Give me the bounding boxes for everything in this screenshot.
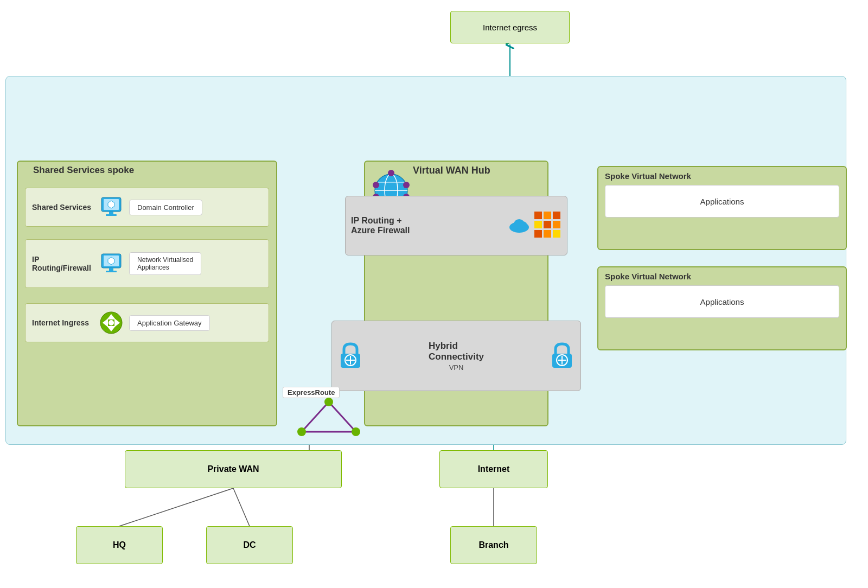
svg-rect-18 [109, 268, 113, 271]
svg-rect-14 [106, 214, 117, 216]
hq-box: HQ [76, 526, 163, 564]
svg-point-32 [373, 182, 379, 188]
hybrid-text: HybridConnectivity VPN [369, 341, 544, 372]
lock-icon-left [336, 341, 365, 371]
internet-box: Internet [439, 450, 548, 488]
applications-box-1: Applications [605, 185, 839, 218]
svg-point-62 [324, 398, 333, 406]
azure-area: Shared Services spoke Shared Services Do… [5, 76, 846, 445]
spoke-vnet-1: Spoke Virtual Network Applications [597, 166, 847, 250]
svg-point-36 [388, 170, 394, 176]
crosshair-icon [96, 308, 126, 338]
internet-ingress-label: Internet Ingress [25, 318, 96, 327]
applications-box-2: Applications [605, 285, 839, 318]
svg-marker-60 [302, 402, 356, 432]
shared-services-label: Shared Services [25, 203, 96, 212]
svg-rect-48 [534, 230, 542, 238]
svg-line-8 [119, 488, 233, 526]
firewall-icon [533, 210, 561, 241]
monitor-icon-1 [96, 193, 126, 222]
hybrid-label: HybridConnectivity [429, 341, 484, 362]
monitor-icon-2 [96, 249, 126, 279]
dc-label: DC [243, 540, 256, 550]
internet-egress-box: Internet egress [450, 11, 570, 43]
svg-rect-46 [544, 221, 551, 228]
private-wan-label: Private WAN [207, 464, 259, 474]
hybrid-connectivity-box: HybridConnectivity VPN [331, 321, 581, 391]
svg-point-61 [297, 427, 306, 436]
diagram-container: Internet egress Shared Services spoke Sh… [0, 0, 868, 588]
svg-rect-19 [106, 271, 117, 272]
applications-label-1: Applications [700, 197, 744, 206]
applications-label-2: Applications [700, 297, 744, 306]
branch-label: Branch [478, 540, 508, 550]
svg-point-41 [514, 219, 525, 229]
svg-rect-50 [553, 230, 560, 238]
spoke-row-internet-ingress: Internet Ingress Application Gateway [25, 303, 269, 342]
spoke-vnet-1-label: Spoke Virtual Network [598, 167, 846, 182]
application-gateway-box: Application Gateway [129, 315, 210, 331]
svg-rect-44 [553, 212, 560, 219]
svg-rect-47 [553, 221, 560, 228]
branch-box: Branch [450, 526, 537, 564]
svg-rect-49 [544, 230, 551, 238]
ip-routing-azure-box: IP Routing + Azure Firewall [345, 196, 567, 255]
svg-rect-13 [109, 212, 113, 214]
svg-line-9 [233, 488, 250, 526]
svg-point-26 [108, 320, 114, 325]
spoke-row-shared-services: Shared Services Domain Controller [25, 188, 269, 227]
svg-rect-42 [534, 212, 542, 219]
hq-label: HQ [113, 540, 126, 550]
spoke-vnet-2: Spoke Virtual Network Applications [597, 266, 847, 350]
domain-controller-box: Domain Controller [129, 200, 202, 215]
internet-egress-label: Internet egress [483, 23, 537, 32]
ip-routing-label: IP Routing/Firewall [25, 255, 96, 272]
spoke-vnet-2-label: Spoke Virtual Network [598, 267, 846, 282]
ip-routing-azure-label: IP Routing + Azure Firewall [346, 216, 508, 235]
spoke-row-ip-routing: IP Routing/Firewall Network VirtualisedA… [25, 239, 269, 288]
svg-rect-45 [534, 221, 542, 228]
private-wan-box: Private WAN [125, 450, 342, 488]
internet-label: Internet [478, 464, 510, 474]
expressroute-triangle [291, 397, 367, 439]
network-virtualised-box: Network VirtualisedAppliances [129, 252, 201, 275]
vpn-label: VPN [449, 363, 464, 372]
svg-point-34 [403, 182, 410, 188]
dc-box: DC [206, 526, 293, 564]
lock-icon-right [548, 341, 576, 371]
shared-services-spoke-label: Shared Services spoke [33, 165, 134, 176]
svg-point-63 [352, 427, 360, 436]
svg-rect-43 [544, 212, 551, 219]
cloud-icon [508, 216, 530, 235]
vwan-hub-label: Virtual WAN Hub [413, 165, 490, 176]
